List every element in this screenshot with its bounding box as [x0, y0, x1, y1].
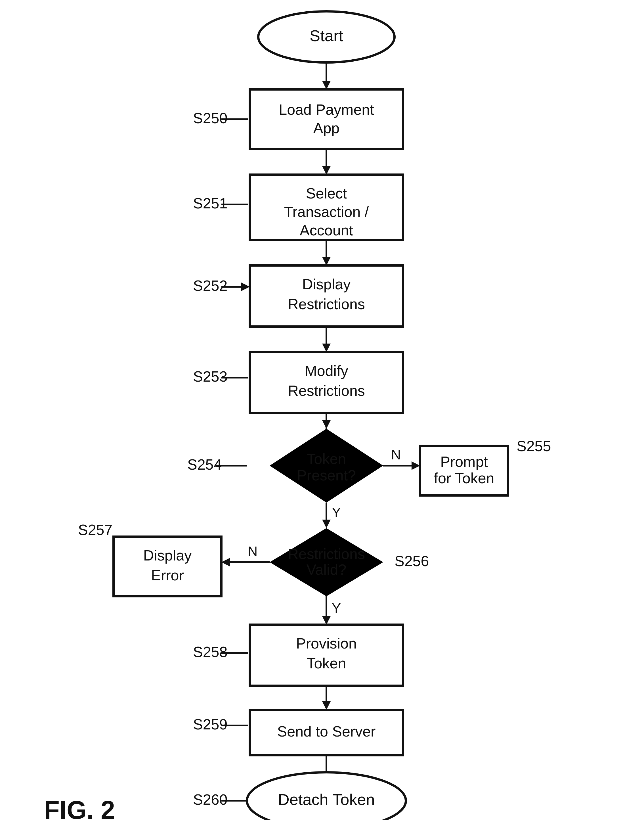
svg-marker-19 [322, 520, 331, 528]
s256-y-label: Y [332, 600, 341, 616]
svg-marker-27 [322, 701, 331, 710]
s257-label-line1: Display [143, 547, 192, 564]
s260-step-label: S260 [193, 791, 227, 808]
s252-label-line1: Display [302, 276, 351, 292]
s253-label-line1: Modify [305, 362, 348, 379]
s256-n-label: N [248, 544, 258, 559]
s251-label-line3: Account [300, 222, 353, 238]
s256-label-line2: Valid? [307, 561, 347, 578]
svg-marker-7 [322, 257, 331, 266]
s252-label-line2: Restrictions [288, 296, 365, 312]
s254-label-line2: Present? [297, 467, 356, 484]
s258-label-line2: Token [307, 655, 346, 671]
s250-step-label: S250 [193, 110, 227, 126]
s255-step-label: S255 [517, 438, 551, 454]
s253-label-line2: Restrictions [288, 382, 365, 399]
svg-marker-10 [322, 344, 331, 352]
s256-label-line1: Restrictions [288, 546, 365, 562]
s251-label-line1: Select [306, 185, 347, 201]
svg-marker-16 [411, 461, 420, 470]
s252-step-label: S252 [193, 277, 227, 294]
svg-marker-22 [241, 283, 250, 291]
start-label: Start [310, 27, 343, 45]
s250-label-line2: App [313, 120, 340, 136]
flowchart-diagram: Start S250 Load Payment App S251 Select … [0, 0, 644, 820]
svg-marker-17 [322, 420, 331, 429]
svg-marker-24 [322, 616, 331, 625]
s256-step-label: S256 [394, 553, 429, 569]
s259-step-label: S259 [193, 716, 227, 732]
svg-marker-4 [322, 166, 331, 175]
s257-node [113, 537, 221, 596]
s259-label: Send to Server [277, 723, 376, 740]
s255-label-line1: Prompt [440, 453, 488, 470]
s257-label-line2: Error [151, 567, 184, 584]
svg-marker-1 [322, 81, 331, 89]
s254-y-label: Y [332, 505, 341, 520]
s260-label: Detach Token [278, 791, 375, 808]
s250-label-line1: Load Payment [279, 101, 374, 118]
s251-step-label: S251 [193, 195, 227, 212]
s258-step-label: S258 [193, 644, 227, 660]
s255-label-line2: for Token [434, 470, 494, 486]
s257-step-label: S257 [78, 522, 112, 538]
s254-n-label: N [391, 447, 401, 462]
s250-node [250, 89, 403, 149]
s254-label-line1: Token [307, 451, 346, 467]
s253-step-label: S253 [193, 368, 227, 385]
svg-marker-21 [221, 558, 230, 567]
s258-label-line1: Provision [296, 635, 357, 652]
figure-label: FIG. 2 [44, 796, 115, 820]
s254-step-label: S254 [187, 456, 222, 473]
s251-label-line2: Transaction / [284, 204, 369, 220]
